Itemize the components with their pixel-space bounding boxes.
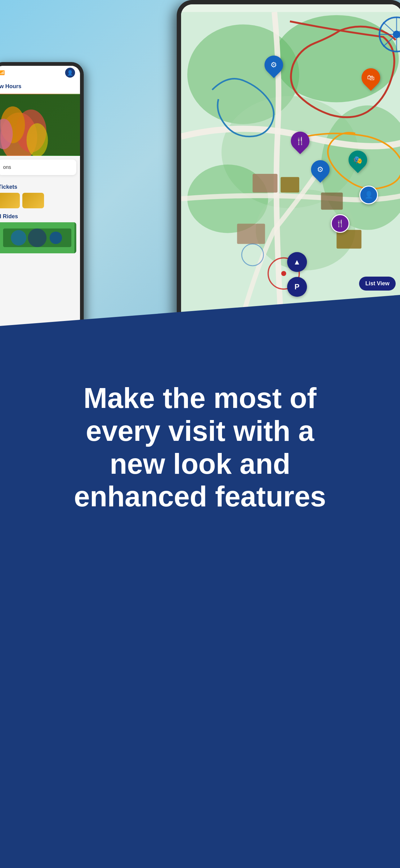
map-pin-food-2[interactable]: 🍴: [331, 214, 349, 233]
pin-circle-ferris-2: ⚙: [307, 156, 333, 183]
food-icon-1: 🍴: [296, 136, 305, 145]
options-label: ons: [3, 164, 11, 170]
pin-circle-food-1: 🍴: [287, 128, 313, 154]
view-hours-link[interactable]: w Hours: [0, 80, 80, 94]
rides-label[interactable]: ll Rides: [0, 211, 80, 222]
map-pin-shop[interactable]: 🛍: [362, 68, 380, 87]
wifi-icon: 📶: [0, 70, 5, 75]
svg-point-31: [281, 271, 286, 276]
svg-rect-20: [280, 177, 299, 192]
svg-rect-19: [253, 174, 277, 192]
svg-point-10: [28, 228, 46, 247]
ticket-cards: [0, 193, 80, 208]
map-container[interactable]: ⚙ 🛍 🍴 ⚙: [181, 4, 400, 321]
ferris-icon-1: ⚙: [270, 61, 277, 69]
view-hours-label: w Hours: [0, 83, 22, 89]
pin-circle-theater: 🎭: [344, 147, 371, 173]
pin-circle-ferris-1: ⚙: [261, 52, 287, 78]
hero-image: [0, 94, 80, 156]
left-phone-screen: 📶 👤 w Hours: [0, 66, 80, 338]
left-phone: 📶 👤 w Hours: [0, 62, 84, 341]
ticket-card-1: [0, 193, 20, 208]
list-view-button[interactable]: List View: [359, 277, 396, 290]
map-pin-food-1[interactable]: 🍴: [291, 132, 309, 150]
tickets-label[interactable]: Tickets: [0, 181, 80, 193]
headline-line-2: every visit with a: [86, 415, 314, 447]
food-icon-2: 🍴: [336, 219, 344, 227]
status-icons: 📶: [0, 70, 5, 75]
ferris-icon-2: ⚙: [317, 165, 324, 174]
main-headline: Make the most of every visit with a new …: [37, 382, 363, 513]
compass-icon: ▲: [293, 258, 301, 266]
list-view-label: List View: [365, 280, 390, 286]
pin-circle-shop: 🛍: [358, 64, 384, 91]
svg-point-29: [393, 31, 400, 38]
options-card[interactable]: ons: [0, 160, 76, 175]
compass-button[interactable]: ▲: [287, 252, 307, 272]
pin-round-user: 👤: [359, 186, 378, 204]
map-pin-ferris-1[interactable]: ⚙: [265, 56, 283, 74]
headline-line-1: Make the most of: [84, 382, 316, 414]
parking-button[interactable]: P: [287, 277, 307, 297]
theater-icon: 🎭: [353, 156, 363, 164]
map-pin-user[interactable]: 👤: [359, 186, 378, 204]
svg-rect-6: [0, 94, 80, 155]
text-section: Make the most of every visit with a new …: [0, 357, 400, 538]
svg-point-9: [11, 230, 26, 246]
svg-rect-21: [321, 192, 343, 210]
ticket-card-2: [22, 193, 44, 208]
map-pin-theater[interactable]: 🎭: [348, 151, 367, 169]
svg-point-11: [49, 231, 62, 244]
shop-icon: 🛍: [367, 73, 374, 82]
parking-icon: P: [295, 282, 300, 291]
pin-round-food-2: 🍴: [331, 214, 349, 233]
svg-rect-22: [237, 224, 265, 244]
rides-image: [0, 222, 76, 253]
map-svg: [181, 4, 400, 321]
avatar: 👤: [65, 68, 75, 78]
options-section: ons: [0, 156, 80, 181]
headline-line-3: new look and: [110, 448, 291, 479]
headline-line-4: enhanced features: [74, 480, 326, 512]
status-bar: 📶 👤: [0, 66, 80, 80]
user-icon: 👤: [365, 191, 373, 199]
map-pin-ferris-2[interactable]: ⚙: [311, 160, 330, 179]
